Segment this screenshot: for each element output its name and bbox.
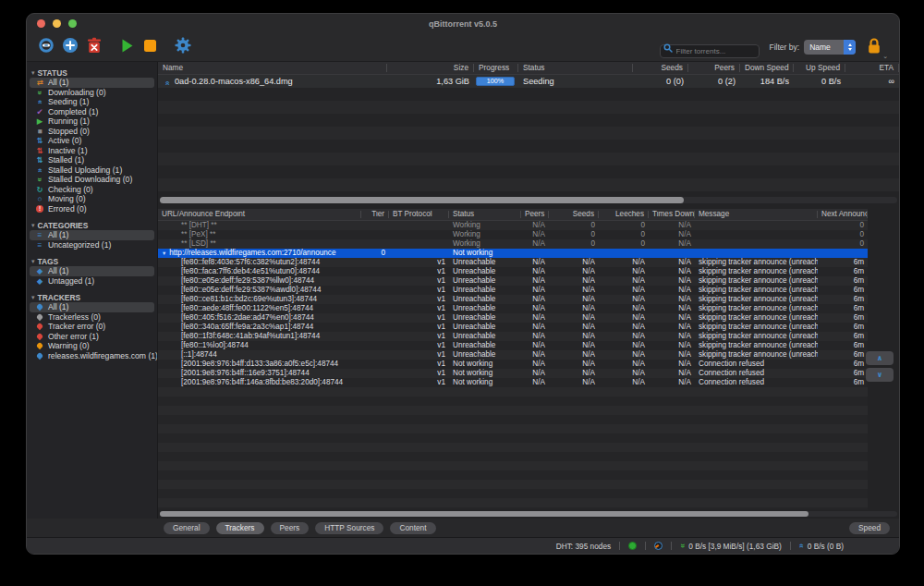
tab-content[interactable]: Content — [390, 522, 435, 534]
sidebar-item-completed-1[interactable]: ✔Completed (1) — [30, 107, 154, 117]
torrent-row[interactable]: »0ad-0.28.0-macos-x86_64.dmg1,63 GiB100%… — [158, 75, 899, 88]
column-header-bt-protocol[interactable]: BT Protocol — [389, 211, 449, 218]
tab-peers[interactable]: Peers — [271, 522, 310, 534]
sidebar-item-other-error-1[interactable]: Other error (1) — [30, 332, 154, 342]
sidebar-item-checking-0[interactable]: ↻Checking (0) — [30, 185, 154, 195]
column-header-url-announce-endpoint[interactable]: URL/Announce Endpoint — [158, 211, 361, 218]
tracker-row[interactable]: ** [PeX] **WorkingN/A00N/A0 — [158, 230, 868, 239]
scrollbar-thumb[interactable] — [160, 197, 684, 203]
column-header-leeches[interactable]: Leeches — [599, 211, 649, 218]
tab-http-sources[interactable]: HTTP Sources — [315, 522, 383, 534]
column-header-seeds[interactable]: Seeds — [633, 64, 688, 72]
column-header-peers[interactable]: Peers — [688, 64, 740, 72]
scrollbar-thumb[interactable] — [160, 511, 808, 517]
tracker-row[interactable]: [fe80::aede:48ff:fe00:1122%en5]:48744v1U… — [158, 304, 868, 313]
sidebar-section-categories[interactable]: ▾CATEGORIES — [27, 220, 157, 230]
tracker-status: Unreachable — [449, 332, 521, 341]
tab-speed[interactable]: Speed — [849, 522, 890, 534]
tracker-row[interactable]: [fe80::faca:7ff6:deb4:4e51%utun0]:48744v… — [158, 267, 868, 276]
add-torrent-file-button[interactable] — [62, 37, 79, 57]
sidebar-item-untagged-1[interactable]: ◆Untagged (1) — [30, 276, 154, 287]
torrent-hscrollbar[interactable] — [158, 191, 899, 209]
sidebar-section-trackers[interactable]: ▾TRACKERS — [27, 292, 157, 302]
sidebar-item-active-0[interactable]: ⇅Active (0) — [30, 136, 154, 146]
column-header-eta[interactable]: ETA — [845, 64, 899, 72]
column-header-progress[interactable]: Progress — [474, 64, 518, 72]
column-header-message[interactable]: Message — [695, 211, 818, 218]
zoom-window-button[interactable] — [68, 19, 77, 28]
column-header-peers[interactable]: Peers — [521, 211, 549, 218]
tracker-row[interactable]: [fe80::1f3f:648c:41ab:94af%utun1]:48744v… — [158, 332, 868, 341]
tracker-times: N/A — [649, 360, 695, 369]
lock-button[interactable]: ⌄ — [867, 37, 888, 58]
tracker-row[interactable]: [2001:9e8:976:b4ff::16e9:3751]:48744v1No… — [158, 369, 868, 378]
options-button[interactable] — [175, 37, 191, 57]
scrollbar-track[interactable] — [160, 511, 897, 517]
column-header-size[interactable]: Size — [387, 64, 474, 72]
sidebar-section-tags[interactable]: ▾TAGS — [27, 256, 157, 266]
sidebar-item-all-1[interactable]: ≡All (1) — [30, 230, 154, 240]
sidebar-section-status[interactable]: ▾STATUS — [27, 67, 157, 78]
connection-status-icon[interactable] — [628, 542, 637, 550]
column-header-down-speed[interactable]: Down Speed — [740, 64, 794, 72]
add-torrent-link-button[interactable] — [38, 37, 55, 57]
sidebar-item-running-1[interactable]: ▶Running (1) — [30, 116, 154, 127]
sidebar-item-errored-0[interactable]: !Errored (0) — [30, 204, 154, 214]
tracker-row[interactable]: ▾http://releases.wildfiregames.com:2710/… — [158, 249, 868, 258]
sidebar-item-uncategorized-1[interactable]: ≡Uncategorized (1) — [30, 240, 154, 250]
sidebar-item-all-1[interactable]: All (1) — [30, 302, 154, 312]
column-header-up-speed[interactable]: Up Speed — [794, 64, 845, 72]
sidebar-item-stopped-0[interactable]: ■Stopped (0) — [30, 127, 154, 137]
tracker-row[interactable]: ** [LSD] **WorkingN/A00N/A0 — [158, 239, 868, 249]
column-header-status[interactable]: Status — [518, 64, 633, 72]
tracker-row[interactable]: [fe80::fef8:403e:57f6:c382%utun2]:48744v… — [158, 258, 868, 267]
torrent-table-header[interactable]: NameSizeProgressStatusSeedsPeersDown Spe… — [158, 62, 899, 75]
sidebar-item-releases-wildfiregames-com-1[interactable]: releases.wildfiregames.com (1) — [30, 351, 154, 361]
sidebar-item-stalled-1[interactable]: ⇅Stalled (1) — [30, 155, 154, 165]
filter-by-select[interactable]: Name — [804, 40, 856, 55]
tracker-row[interactable]: [fe80::e05e:deff:fe29:5387%llw0]:48744v1… — [158, 276, 868, 286]
tracker-row[interactable]: [fe80::405:f516:2dae:ad47%en0]:48744v1Un… — [158, 313, 868, 323]
column-header-status[interactable]: Status — [449, 211, 521, 218]
scroll-up-button[interactable]: ∧ — [866, 351, 894, 365]
sidebar-item-moving-0[interactable]: ○Moving (0) — [30, 194, 154, 204]
column-header-seeds[interactable]: Seeds — [549, 211, 599, 218]
scrollbar-track[interactable] — [160, 197, 897, 203]
scroll-down-button[interactable]: ∨ — [866, 368, 894, 382]
tracker-row[interactable]: [2001:9e8:976:b4ff:d133:3a86:a0f5:e5c]:4… — [158, 360, 868, 369]
column-header-next-announce[interactable]: Next Announce — [818, 211, 868, 218]
alt-speed-limits-icon[interactable] — [654, 542, 663, 550]
sidebar-item-all-1[interactable]: ◆All (1) — [30, 266, 154, 276]
sidebar-item-inactive-1[interactable]: ⇅Inactive (1) — [30, 146, 154, 156]
tracker-hscrollbar[interactable] — [158, 509, 899, 519]
close-window-button[interactable] — [37, 19, 45, 28]
search-input[interactable] — [660, 44, 760, 58]
tab-general[interactable]: General — [164, 522, 210, 534]
tracker-row[interactable]: [2001:9e8:976:b4ff:146a:8fbd:be83:20d0]:… — [158, 378, 868, 387]
tracker-row[interactable]: [fe80::e05e:deff:fe29:5387%awdl0]:48744v… — [158, 286, 868, 295]
tracker-row[interactable]: [::1]:48744v1UnreachableN/AN/AN/AN/Askip… — [158, 350, 868, 360]
sidebar-item-stalled-uploading-1[interactable]: »Stalled Uploading (1) — [30, 165, 154, 176]
sidebar-item-tracker-error-0[interactable]: Tracker error (0) — [30, 322, 154, 332]
sidebar-item-trackerless-0[interactable]: Trackerless (0) — [30, 312, 154, 323]
sidebar-item-warning-0[interactable]: Warning (0) — [30, 341, 154, 351]
tab-trackers[interactable]: Trackers — [216, 522, 264, 534]
column-header-times-downloa[interactable]: Times Downloa... — [649, 211, 695, 218]
tracker-row[interactable]: [fe80::1%lo0]:48744v1UnreachableN/AN/AN/… — [158, 341, 868, 350]
sidebar-item-downloading-0[interactable]: »Downloading (0) — [30, 88, 154, 98]
sidebar-item-stalled-downloading-0[interactable]: »Stalled Downloading (0) — [30, 175, 154, 185]
tracker-table-header[interactable]: URL/Announce EndpointTierBT ProtocolStat… — [158, 209, 868, 221]
minimize-window-button[interactable] — [53, 19, 61, 28]
sidebar-item-seeding-1[interactable]: »Seeding (1) — [30, 97, 154, 107]
stop-torrent-button[interactable] — [142, 38, 158, 57]
upload-speed-group[interactable]: » 0 B/s (0 B) — [799, 542, 844, 551]
tracker-row[interactable]: [fe80::340a:65ff:fe9a:2a3c%ap1]:48744v1U… — [158, 323, 868, 332]
download-speed-group[interactable]: » 0 B/s [3,9 MiB/s] (1,63 GiB) — [680, 542, 782, 551]
delete-torrent-button[interactable] — [86, 37, 103, 57]
resume-torrent-button[interactable] — [119, 38, 135, 57]
tracker-row[interactable]: [fe80::ce81:b1c:bd2c:69e%utun3]:48744v1U… — [158, 295, 868, 304]
sidebar-item-all-1[interactable]: ⇄All (1) — [30, 78, 154, 88]
column-header-name[interactable]: Name — [158, 64, 387, 72]
tracker-row[interactable]: ** [DHT] **WorkingN/A00N/A0 — [158, 221, 868, 230]
column-header-tier[interactable]: Tier — [361, 211, 389, 218]
